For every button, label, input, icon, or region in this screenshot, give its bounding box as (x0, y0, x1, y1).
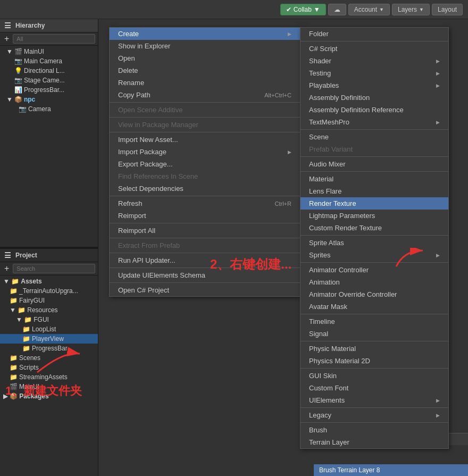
context-menu-export-package[interactable]: Export Package... (110, 158, 300, 170)
project-item-packages[interactable]: ▶ 📦 Packages (0, 391, 98, 401)
project-item-assets[interactable]: ▼ 📁 Assets (0, 277, 98, 286)
submenu-custom-font[interactable]: Custom Font (300, 382, 448, 394)
context-menu-update-ui[interactable]: Update UIElements Schema (110, 269, 300, 281)
submenu-prefab-variant: Prefab Variant (300, 143, 448, 155)
submenu-sprites[interactable]: Sprites ▶ (300, 249, 448, 261)
main-layout: ☰ Hierarchy + ▼ 🎬 MainUI 📷 Main Camera 💡… (0, 19, 468, 476)
context-menu-import-package[interactable]: Import Package ▶ (110, 146, 300, 158)
hierarchy-search-input[interactable] (13, 34, 95, 44)
project-tree: ▼ 📁 Assets 📁 _TerrainAutoUpgra... 📁 Fair… (0, 275, 98, 477)
bottom-status: Brush Terrain Layer 8 (314, 464, 468, 476)
submenu-physic-mat[interactable]: Physic Material (300, 343, 448, 355)
submenu-gui-skin[interactable]: GUI Skin (300, 370, 448, 382)
project-item-scenes[interactable]: 📁 Scenes (0, 353, 98, 363)
project-item-playerview[interactable]: 📁 PlayerView (0, 334, 98, 344)
project-item-mainui2[interactable]: 🎬 MainUI (0, 382, 98, 391)
context-menu-import-asset[interactable]: Import New Asset... (110, 133, 300, 146)
tree-item-camera[interactable]: 📷 Camera (0, 104, 98, 114)
left-panel: ☰ Hierarchy + ▼ 🎬 MainUI 📷 Main Camera 💡… (0, 19, 98, 476)
project-item-progressbar2[interactable]: 📁 ProgressBar (0, 344, 98, 353)
expand-arrow2: ▼ (6, 96, 13, 103)
tree-item-npc[interactable]: ▼ 📦 npc (0, 95, 98, 104)
submenu-brush[interactable]: Brush (300, 424, 448, 436)
context-menu-reimport-all[interactable]: Reimport All (110, 224, 300, 237)
layers-arrow: ▼ (419, 7, 424, 12)
sep-b (110, 117, 300, 118)
sep4 (300, 171, 448, 172)
submenu-shader[interactable]: Shader ▶ (300, 55, 448, 67)
submenu-signal[interactable]: Signal (300, 328, 448, 340)
create-arrow: ▶ (288, 31, 291, 37)
submenu-lightmap[interactable]: Lightmap Parameters (300, 210, 448, 222)
hierarchy-title: Hierarchy (15, 22, 45, 29)
context-menu-copypath[interactable]: Copy Path Alt+Ctrl+C (110, 89, 300, 101)
submenu-uielements[interactable]: UIElements ▶ (300, 394, 448, 406)
submenu-animation[interactable]: Animation (300, 276, 448, 288)
submenu-animator-override[interactable]: Animator Override Controller (300, 288, 448, 300)
project-item-resources[interactable]: ▼ 📁 Resources (0, 305, 98, 315)
tree-item-progressbar[interactable]: 📊 ProgressBar... (0, 85, 98, 95)
context-menu-select-dep[interactable]: Select Dependencies (110, 182, 300, 195)
context-menu: Create ▶ Folder C# Script Shader ▶ (109, 27, 300, 297)
project-item-terrain[interactable]: 📁 _TerrainAutoUpgra... (0, 286, 98, 296)
tree-item-stagecam[interactable]: 📷 Stage Came... (0, 76, 98, 85)
account-button[interactable]: Account ▼ (348, 4, 390, 15)
context-menu-delete[interactable]: Delete (110, 64, 300, 77)
layers-button[interactable]: Layers ▼ (392, 4, 430, 15)
submenu-assembly-def[interactable]: Assembly Definition (300, 91, 448, 104)
submenu-lens-flare[interactable]: Lens Flare (300, 185, 448, 197)
project-search-input[interactable] (13, 264, 95, 273)
context-menu-view-package: View in Package Manager (110, 119, 300, 131)
hierarchy-header: ☰ Hierarchy (0, 19, 98, 32)
context-menu-open[interactable]: Open (110, 52, 300, 64)
context-menu-create[interactable]: Create ▶ Folder C# Script Shader ▶ (110, 28, 300, 40)
context-menu-find-ref: Find References In Scene (110, 170, 300, 182)
context-menu-refresh[interactable]: Refresh Ctrl+R (110, 197, 300, 210)
project-item-streaming[interactable]: 📁 StreamingAssets (0, 372, 98, 382)
submenu-material[interactable]: Material (300, 173, 448, 185)
sep2 (300, 129, 448, 130)
submenu-playables[interactable]: Playables ▶ (300, 79, 448, 91)
tree-item-maincamera[interactable]: 📷 Main Camera (0, 56, 98, 66)
submenu-sprite-atlas[interactable]: Sprite Atlas (300, 237, 448, 249)
project-item-fgui[interactable]: ▼ 📁 FGUI (0, 315, 98, 324)
center-content: Create ▶ Folder C# Script Shader ▶ (98, 19, 468, 476)
submenu-timeline[interactable]: Timeline (300, 315, 448, 328)
project-item-scripts[interactable]: 📁 Scripts (0, 363, 98, 372)
submenu-legacy[interactable]: Legacy ▶ (300, 409, 448, 421)
tree-item-mainui[interactable]: ▼ 🎬 MainUI (0, 47, 98, 56)
submenu-physics-2d[interactable]: Physics Material 2D (300, 355, 448, 367)
submenu-custom-render[interactable]: Custom Render Texture (300, 222, 448, 234)
project-item-fairygui[interactable]: 📁 FairyGUI (0, 296, 98, 305)
context-menu-run-api[interactable]: Run API Updater... (110, 254, 300, 266)
submenu-avatar-mask[interactable]: Avatar Mask (300, 300, 448, 313)
sep-c (110, 132, 300, 132)
submenu-audio-mixer[interactable]: Audio Mixer (300, 158, 448, 170)
context-menu-show-explorer[interactable]: Show in Explorer (110, 40, 300, 52)
layout-button[interactable]: Layout (432, 4, 463, 15)
context-menu-open-csharp[interactable]: Open C# Project (110, 284, 300, 296)
submenu-folder[interactable]: Folder (300, 28, 448, 40)
camera3-icon: 📷 (19, 105, 27, 113)
project-item-looplist[interactable]: 📁 LoopList (0, 324, 98, 334)
submenu-csharp[interactable]: C# Script (300, 43, 448, 55)
submenu-scene[interactable]: Scene (300, 131, 448, 143)
hierarchy-add-button[interactable]: + (3, 34, 11, 44)
submenu-terrain-layer[interactable]: Terrain Layer (300, 436, 448, 448)
submenu-animator-ctrl[interactable]: Animator Controller (300, 264, 448, 276)
collab-arrow: ▼ (314, 6, 320, 13)
project-add-button[interactable]: + (3, 264, 11, 273)
collab-button[interactable]: ✔ Collab ▼ (280, 4, 326, 15)
sep1 (300, 41, 448, 41)
sep-d (110, 196, 300, 196)
submenu-render-texture[interactable]: Render Texture (300, 197, 448, 210)
cloud-button[interactable]: ☁ (328, 4, 346, 15)
context-menu-open-scene: Open Scene Additive (110, 104, 300, 116)
submenu-textmeshpro[interactable]: TextMeshPro ▶ (300, 116, 448, 128)
submenu-testing[interactable]: Testing ▶ (300, 67, 448, 79)
context-menu-rename[interactable]: Rename (110, 77, 300, 89)
cloud-icon: ☁ (334, 6, 340, 13)
submenu-assembly-def-ref[interactable]: Assembly Definition Reference (300, 104, 448, 116)
tree-item-directional[interactable]: 💡 Directional L... (0, 66, 98, 76)
context-menu-reimport[interactable]: Reimport (110, 210, 300, 222)
